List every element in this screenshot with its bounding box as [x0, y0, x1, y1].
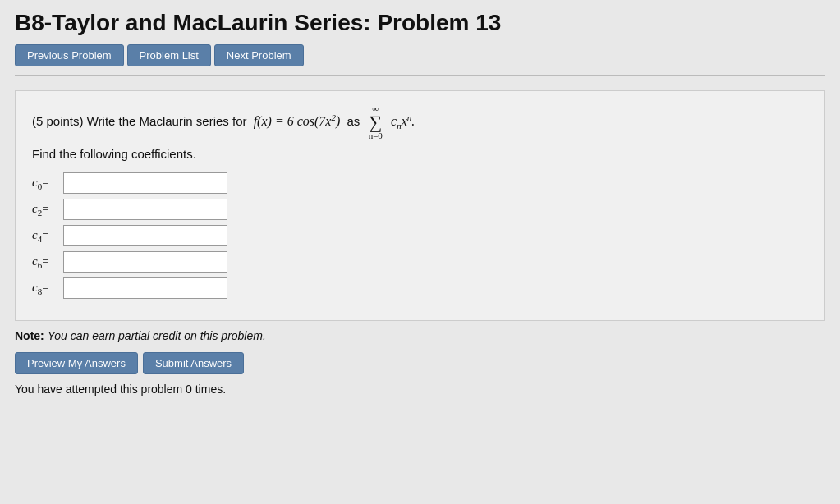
series-term: cnxn.: [388, 114, 415, 128]
coefficients-container: c0= c2= c4= c6=: [32, 172, 808, 299]
coeff-label-c8: c8=: [32, 281, 63, 296]
coeff-input-c4[interactable]: [63, 225, 227, 246]
problem-statement: (5 points) Write the Maclaurin series fo…: [32, 104, 808, 140]
prev-problem-button[interactable]: Previous Problem: [15, 44, 124, 66]
coeff-row-c2: c2=: [32, 199, 808, 220]
coeff-row-c4: c4=: [32, 225, 808, 246]
attempt-text: You have attempted this problem 0 times.: [15, 383, 825, 396]
coeff-label-c2: c2=: [32, 202, 63, 218]
coeff-row-c8: c8=: [32, 277, 808, 299]
coeff-label-c4: c4=: [32, 228, 63, 244]
coeff-input-c2[interactable]: [63, 199, 227, 220]
coeff-label-c6: c6=: [32, 254, 63, 270]
points-prefix: (5 points) Write the Maclaurin series fo…: [32, 114, 246, 128]
function-expr: f(x) = 6 cos(7x2): [250, 114, 344, 128]
as-text: as: [343, 114, 363, 128]
coeff-input-c0[interactable]: [63, 172, 227, 194]
coeff-row-c6: c6=: [32, 251, 808, 273]
coeff-input-c8[interactable]: [63, 277, 227, 299]
coeff-input-c6[interactable]: [63, 251, 227, 273]
submit-answers-button[interactable]: Submit Answers: [143, 352, 244, 374]
page-container: B8-Taylor and MacLaurin Series: Problem …: [0, 0, 840, 504]
preview-answers-button[interactable]: Preview My Answers: [15, 352, 138, 374]
next-problem-button[interactable]: Next Problem: [214, 44, 304, 66]
problem-list-button[interactable]: Problem List: [127, 44, 211, 66]
note-text: Note: You can earn partial credit on thi…: [15, 329, 825, 342]
coeff-row-c0: c0=: [32, 172, 808, 194]
coeff-label-c0: c0=: [32, 176, 63, 191]
page-title: B8-Taylor and MacLaurin Series: Problem …: [15, 10, 825, 36]
sigma-symbol: ∑: [369, 113, 382, 131]
problem-area: (5 points) Write the Maclaurin series fo…: [15, 90, 825, 321]
sigma-sub: n=0: [369, 131, 383, 140]
note-italic: You can earn partial credit on this prob…: [48, 329, 266, 342]
sigma-expression: ∞ ∑ n=0: [369, 104, 383, 140]
bottom-nav: Preview My Answers Submit Answers: [15, 352, 825, 374]
find-coefficients-label: Find the following coefficients.: [32, 147, 808, 161]
nav-bar: Previous Problem Problem List Next Probl…: [15, 44, 825, 76]
note-prefix: Note:: [15, 329, 44, 342]
